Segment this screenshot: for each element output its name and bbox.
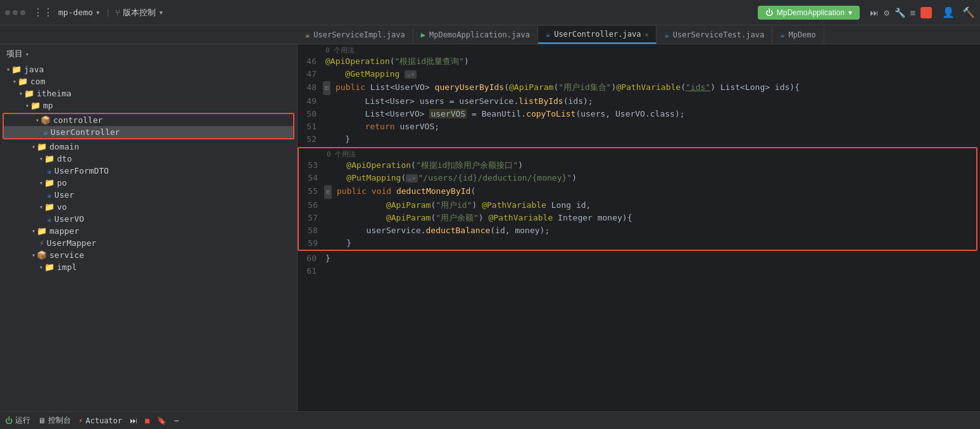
domain-label: domain: [49, 142, 79, 151]
tab-userservicetest[interactable]: ☕ UserServiceTest.java: [656, 26, 772, 44]
run-btn[interactable]: ⏻ 运行: [5, 415, 30, 426]
dot1: [5, 10, 10, 15]
tree-domain[interactable]: ▾ 📁 domain: [0, 141, 297, 153]
code-line-46: 46 @ApiOperation("根据id批量查询"): [298, 55, 980, 68]
actuator-icon: ⚡: [79, 416, 83, 425]
ln-51: 51: [298, 120, 323, 133]
file-user-icon: ☕: [47, 190, 52, 200]
lc-47: @GetMapping ☕▾: [323, 68, 980, 81]
tree-controller[interactable]: ▾ 📦 controller: [4, 114, 293, 126]
tree-po[interactable]: ▾ 📁 po: [0, 177, 297, 189]
folder-impl-icon: 📁: [44, 262, 54, 272]
impl-label: impl: [57, 262, 77, 272]
ln-53: 53: [299, 159, 324, 172]
lc-53: @ApiOperation("根据id扣除用户余额接口"): [324, 159, 976, 172]
tree-itheima[interactable]: ▾ 📁 itheima: [0, 87, 297, 99]
titlebar: ⋮⋮ mp-demo ▾ | ⑂ 版本控制 ▾ ⏻ MpDemoApplicat…: [0, 0, 980, 25]
code-line-59: 59 }: [299, 237, 976, 250]
arrow-service: ▾: [32, 252, 35, 259]
tree-dto[interactable]: ▾ 📁 dto: [0, 153, 297, 165]
lc-61: [323, 265, 980, 278]
tree-usercontroller[interactable]: ☕ UserController: [4, 126, 293, 138]
arrow-controller: ▾: [35, 117, 39, 124]
uservo-label: UserVO: [54, 214, 84, 224]
menu-icon[interactable]: ≡: [910, 8, 915, 18]
fast-forward-icon[interactable]: ⏭: [870, 8, 879, 18]
code-line-53: 53 @ApiOperation("根据id扣除用户余额接口"): [299, 159, 976, 172]
tree-uservo[interactable]: ☕ UserVO: [0, 213, 297, 225]
settings-icon[interactable]: 🔨: [962, 6, 975, 18]
arrow-java: ▾: [6, 66, 10, 73]
tree-service[interactable]: ▾ 📦 service: [0, 249, 297, 261]
tree-mapper[interactable]: ▾ 📁 mapper: [0, 225, 297, 237]
vc-group[interactable]: ⑂ 版本控制 ▾: [115, 7, 163, 18]
arrow-vo: ▾: [39, 203, 43, 210]
bookmark-btn[interactable]: 🔖: [157, 416, 166, 425]
tab-userserviceimpl[interactable]: ☕ UserServiceImpl.java: [298, 26, 413, 44]
code-line-47: 47 @GetMapping ☕▾: [298, 68, 980, 81]
tree-vo[interactable]: ▾ 📁 vo: [0, 201, 297, 213]
more-icon: ⋯: [174, 416, 179, 425]
console-btn[interactable]: 🖥 控制台: [38, 415, 71, 426]
ln-59: 59: [299, 237, 324, 250]
controller-label: controller: [53, 115, 103, 125]
ln-48: 48: [298, 81, 323, 94]
gear-icon[interactable]: ⚙: [884, 8, 889, 18]
window-controls: [5, 10, 25, 15]
more-btn[interactable]: ⋯: [174, 416, 179, 425]
dto-label: dto: [57, 154, 72, 163]
fast-fwd-btn[interactable]: ⏭: [130, 416, 137, 425]
folder-controller-icon: 📦: [41, 115, 51, 125]
arrow-com: ▾: [13, 78, 16, 85]
person-icon[interactable]: 👤: [942, 6, 955, 18]
tab-mpdemoapplication[interactable]: ▶ MpDemoApplication.java: [413, 26, 538, 44]
vc-label: 版本控制: [123, 7, 156, 18]
tree-usermapper[interactable]: ⚡ UserMapper: [0, 237, 297, 249]
folder-mp-icon: 📁: [30, 101, 41, 110]
vo-label: vo: [57, 202, 67, 212]
project-label: 项目: [6, 48, 23, 60]
tree-user[interactable]: ☕ User: [0, 189, 297, 201]
run-power-icon: ⏻: [765, 8, 773, 17]
editor-area[interactable]: 0 个用法 46 @ApiOperation("根据id批量查询") 47 @G…: [298, 44, 980, 411]
tab-icon-4: ☕: [664, 30, 669, 39]
vc-dropdown-icon[interactable]: ▾: [158, 8, 163, 17]
folder-java-icon: 📁: [11, 65, 22, 74]
stop-button[interactable]: [920, 7, 932, 18]
ln-46: 46: [298, 55, 323, 68]
ln-50: 50: [298, 108, 323, 120]
tree-userformdto[interactable]: ☕ UserFormDTO: [0, 165, 297, 177]
app-name-group[interactable]: mp-demo ▾: [58, 8, 101, 17]
arrow-domain: ▾: [32, 143, 35, 150]
tree-mp[interactable]: ▾ 📁 mp: [0, 99, 297, 112]
tab-close-3[interactable]: ✕: [644, 31, 648, 38]
itheima-label: itheima: [37, 89, 72, 98]
actuator-btn-label: Actuator: [85, 416, 122, 425]
ln-57: 57: [299, 212, 324, 224]
lc-48: public List<UserVO> queryUserByIds(@ApiP…: [333, 81, 980, 94]
debug-icon[interactable]: 🔧: [895, 8, 905, 18]
run-button[interactable]: ⏻ MpDemoApplication ▾: [758, 6, 860, 20]
lc-58: userService.deductBalance(id, money);: [324, 224, 976, 237]
tree-java[interactable]: ▾ 📁 java: [0, 63, 297, 75]
arrow-po: ▾: [39, 179, 43, 186]
app-dropdown-icon[interactable]: ▾: [96, 8, 101, 17]
tree-com[interactable]: ▾ 📁 com: [0, 75, 297, 87]
lc-57: @ApiParam("用户余额") @PathVariable Integer …: [324, 212, 976, 224]
tree-impl[interactable]: ▾ 📁 impl: [0, 261, 297, 273]
project-header[interactable]: 项目 ▾: [0, 44, 297, 63]
tab-mpdemo[interactable]: ☕ MpDemo: [772, 26, 824, 44]
lc-60: }: [323, 252, 980, 265]
toolbar-actions: ⏭ ⚙ 🔧 ≡: [870, 8, 915, 18]
ln-55: 55: [299, 185, 324, 198]
tab-icon-3: ☕: [546, 30, 550, 39]
actuator-btn[interactable]: ⚡ Actuator: [79, 416, 122, 425]
service-label: service: [49, 250, 84, 260]
run-dropdown-icon[interactable]: ▾: [848, 8, 852, 17]
file-uservo-icon: ☕: [47, 214, 52, 224]
stop-btn-bottom[interactable]: ■: [145, 416, 149, 425]
tab-usercontroller[interactable]: ☕ UserController.java ✕: [538, 26, 657, 44]
tabs-bar: ☕ UserServiceImpl.java ▶ MpDemoApplicati…: [0, 25, 980, 44]
project-dropdown-icon[interactable]: ▾: [25, 51, 29, 58]
code-line-58: 58 userService.deductBalance(id, money);: [299, 224, 976, 237]
